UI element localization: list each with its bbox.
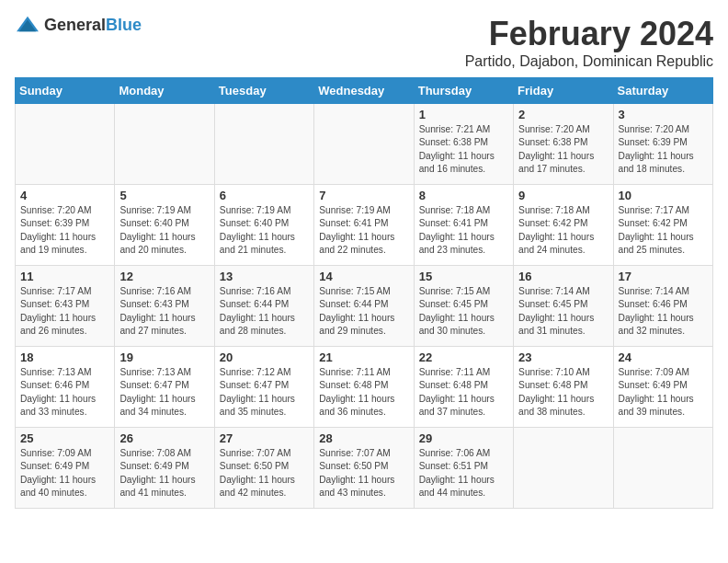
column-header-thursday: Thursday [414,78,513,104]
day-number: 18 [20,350,109,364]
cell-info: Sunrise: 7:19 AM Sunset: 6:41 PM Dayligh… [319,204,408,257]
calendar-cell [613,428,712,509]
logo-icon [15,15,40,35]
day-number: 22 [419,350,508,364]
day-number: 23 [518,350,608,364]
cell-info: Sunrise: 7:09 AM Sunset: 6:49 PM Dayligh… [619,366,708,419]
cell-info: Sunrise: 7:11 AM Sunset: 6:48 PM Dayligh… [419,366,508,419]
cell-info: Sunrise: 7:17 AM Sunset: 6:43 PM Dayligh… [20,285,109,338]
cell-info: Sunrise: 7:20 AM Sunset: 6:39 PM Dayligh… [20,204,109,257]
day-number: 2 [518,108,608,121]
calendar-cell: 17Sunrise: 7:14 AM Sunset: 6:46 PM Dayli… [613,266,712,347]
calendar-week-1: 1Sunrise: 7:21 AM Sunset: 6:38 PM Daylig… [16,104,713,185]
day-number: 20 [220,350,309,364]
calendar-week-3: 11Sunrise: 7:17 AM Sunset: 6:43 PM Dayli… [16,266,713,347]
calendar-cell: 8Sunrise: 7:18 AM Sunset: 6:41 PM Daylig… [414,185,513,266]
day-number: 24 [619,350,708,364]
day-number: 5 [119,189,209,202]
logo-text-blue: Blue [106,16,142,34]
day-number: 1 [419,108,508,121]
calendar-cell: 2Sunrise: 7:20 AM Sunset: 6:38 PM Daylig… [514,104,613,185]
calendar-table: SundayMondayTuesdayWednesdayThursdayFrid… [15,77,713,509]
day-number: 19 [119,350,209,364]
day-number: 27 [220,431,309,445]
calendar-cell: 18Sunrise: 7:13 AM Sunset: 6:46 PM Dayli… [16,347,115,428]
logo-text-general: General [44,16,106,34]
calendar-cell: 7Sunrise: 7:19 AM Sunset: 6:41 PM Daylig… [314,185,414,266]
calendar-cell: 20Sunrise: 7:12 AM Sunset: 6:47 PM Dayli… [214,347,313,428]
logo: GeneralBlue [15,15,142,35]
calendar-cell: 4Sunrise: 7:20 AM Sunset: 6:39 PM Daylig… [16,185,115,266]
calendar-cell [514,428,613,509]
calendar-week-2: 4Sunrise: 7:20 AM Sunset: 6:39 PM Daylig… [16,185,713,266]
column-header-tuesday: Tuesday [214,78,313,104]
day-number: 21 [319,350,408,364]
day-number: 28 [319,431,408,445]
calendar-cell: 3Sunrise: 7:20 AM Sunset: 6:39 PM Daylig… [613,104,712,185]
calendar-week-5: 25Sunrise: 7:09 AM Sunset: 6:49 PM Dayli… [16,428,713,509]
calendar-cell: 22Sunrise: 7:11 AM Sunset: 6:48 PM Dayli… [414,347,513,428]
calendar-header-row: SundayMondayTuesdayWednesdayThursdayFrid… [16,78,713,104]
cell-info: Sunrise: 7:06 AM Sunset: 6:51 PM Dayligh… [419,447,508,500]
calendar-cell: 10Sunrise: 7:17 AM Sunset: 6:42 PM Dayli… [613,185,712,266]
cell-info: Sunrise: 7:17 AM Sunset: 6:42 PM Dayligh… [619,204,708,257]
calendar-cell: 26Sunrise: 7:08 AM Sunset: 6:49 PM Dayli… [115,428,214,509]
cell-info: Sunrise: 7:20 AM Sunset: 6:38 PM Dayligh… [518,123,608,176]
calendar-body: 1Sunrise: 7:21 AM Sunset: 6:38 PM Daylig… [16,104,713,509]
day-number: 13 [220,270,309,283]
cell-info: Sunrise: 7:18 AM Sunset: 6:41 PM Dayligh… [419,204,508,257]
calendar-cell: 28Sunrise: 7:07 AM Sunset: 6:50 PM Dayli… [314,428,414,509]
cell-info: Sunrise: 7:09 AM Sunset: 6:49 PM Dayligh… [20,447,109,500]
calendar-cell: 19Sunrise: 7:13 AM Sunset: 6:47 PM Dayli… [115,347,214,428]
calendar-cell: 1Sunrise: 7:21 AM Sunset: 6:38 PM Daylig… [414,104,513,185]
day-number: 12 [119,270,209,283]
day-number: 26 [119,431,209,445]
calendar-cell: 27Sunrise: 7:07 AM Sunset: 6:50 PM Dayli… [214,428,313,509]
cell-info: Sunrise: 7:14 AM Sunset: 6:45 PM Dayligh… [518,285,608,338]
calendar-cell: 23Sunrise: 7:10 AM Sunset: 6:48 PM Dayli… [514,347,613,428]
cell-info: Sunrise: 7:20 AM Sunset: 6:39 PM Dayligh… [619,123,708,176]
day-number: 7 [319,189,408,202]
cell-info: Sunrise: 7:07 AM Sunset: 6:50 PM Dayligh… [319,447,408,500]
calendar-week-4: 18Sunrise: 7:13 AM Sunset: 6:46 PM Dayli… [16,347,713,428]
calendar-cell: 12Sunrise: 7:16 AM Sunset: 6:43 PM Dayli… [115,266,214,347]
day-number: 15 [419,270,508,283]
calendar-cell: 15Sunrise: 7:15 AM Sunset: 6:45 PM Dayli… [414,266,513,347]
cell-info: Sunrise: 7:15 AM Sunset: 6:44 PM Dayligh… [319,285,408,338]
calendar-cell: 24Sunrise: 7:09 AM Sunset: 6:49 PM Dayli… [613,347,712,428]
cell-info: Sunrise: 7:19 AM Sunset: 6:40 PM Dayligh… [220,204,309,257]
header: GeneralBlue February 2024 Partido, Dajab… [15,15,713,70]
calendar-cell [214,104,313,185]
cell-info: Sunrise: 7:15 AM Sunset: 6:45 PM Dayligh… [419,285,508,338]
calendar-cell: 21Sunrise: 7:11 AM Sunset: 6:48 PM Dayli… [314,347,414,428]
calendar-cell: 16Sunrise: 7:14 AM Sunset: 6:45 PM Dayli… [514,266,613,347]
calendar-cell: 29Sunrise: 7:06 AM Sunset: 6:51 PM Dayli… [414,428,513,509]
calendar-cell [16,104,115,185]
day-number: 16 [518,270,608,283]
day-number: 6 [220,189,309,202]
day-number: 8 [419,189,508,202]
location-subtitle: Partido, Dajabon, Dominican Republic [465,53,713,70]
cell-info: Sunrise: 7:13 AM Sunset: 6:47 PM Dayligh… [119,366,209,419]
calendar-cell: 9Sunrise: 7:18 AM Sunset: 6:42 PM Daylig… [514,185,613,266]
column-header-saturday: Saturday [613,78,712,104]
calendar-cell [115,104,214,185]
column-header-monday: Monday [115,78,214,104]
cell-info: Sunrise: 7:21 AM Sunset: 6:38 PM Dayligh… [419,123,508,176]
cell-info: Sunrise: 7:10 AM Sunset: 6:48 PM Dayligh… [518,366,608,419]
day-number: 10 [619,189,708,202]
title-area: February 2024 Partido, Dajabon, Dominica… [465,15,713,70]
calendar-cell: 14Sunrise: 7:15 AM Sunset: 6:44 PM Dayli… [314,266,414,347]
cell-info: Sunrise: 7:11 AM Sunset: 6:48 PM Dayligh… [319,366,408,419]
cell-info: Sunrise: 7:18 AM Sunset: 6:42 PM Dayligh… [518,204,608,257]
cell-info: Sunrise: 7:14 AM Sunset: 6:46 PM Dayligh… [619,285,708,338]
day-number: 11 [20,270,109,283]
month-year-title: February 2024 [465,15,713,53]
column-header-wednesday: Wednesday [314,78,414,104]
day-number: 4 [20,189,109,202]
cell-info: Sunrise: 7:08 AM Sunset: 6:49 PM Dayligh… [119,447,209,500]
calendar-cell: 11Sunrise: 7:17 AM Sunset: 6:43 PM Dayli… [16,266,115,347]
cell-info: Sunrise: 7:16 AM Sunset: 6:43 PM Dayligh… [119,285,209,338]
calendar-cell: 13Sunrise: 7:16 AM Sunset: 6:44 PM Dayli… [214,266,313,347]
day-number: 25 [20,431,109,445]
